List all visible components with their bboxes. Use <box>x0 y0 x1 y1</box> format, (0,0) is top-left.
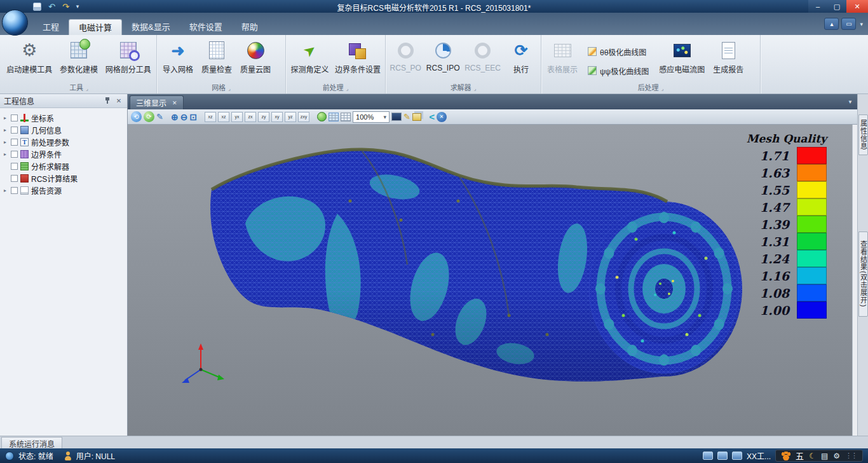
zoom-in-icon[interactable]: ⊕ <box>171 111 179 123</box>
tab-data-display[interactable]: 数据&显示 <box>122 19 180 35</box>
view-orientation-button[interactable]: zxy <box>298 112 309 122</box>
dialog-launcher-icon[interactable]: ⌟ <box>228 86 231 92</box>
view-orientation-button[interactable]: xz <box>218 112 229 122</box>
tab-3d-display[interactable]: 三维显示 ✕ <box>130 95 184 109</box>
tab-close-icon[interactable]: ✕ <box>172 100 177 106</box>
generate-report-button[interactable]: 生成报告 <box>709 37 747 83</box>
view-orientation-button[interactable]: yx <box>231 112 243 122</box>
tray-monitor-icon[interactable] <box>703 452 713 460</box>
zoom-window-icon[interactable]: ⊡ <box>189 111 197 123</box>
tab-em-computation[interactable]: 电磁计算 <box>69 19 122 35</box>
moon-icon[interactable]: ☾ <box>809 452 816 460</box>
panel-close-icon[interactable]: ✕ <box>114 97 123 104</box>
import-mesh-button[interactable]: ➜ 导入网格 <box>159 37 197 83</box>
button-label: ψψ极化曲线图 <box>600 66 649 76</box>
checkbox[interactable] <box>11 139 18 146</box>
share-flow-icon[interactable]: < <box>429 111 435 122</box>
tab-help[interactable]: 帮助 <box>232 19 268 35</box>
property-info-collapsed-tab[interactable]: 属性信息 <box>858 114 868 155</box>
checkbox[interactable] <box>11 151 18 158</box>
annotate-pen-icon[interactable]: ✎ <box>156 111 163 123</box>
launch-modeling-tool-button[interactable]: ⚙ 启动建模工具 <box>3 37 56 83</box>
pin-icon[interactable] <box>104 97 111 105</box>
view-orientation-button[interactable]: xz <box>205 112 216 122</box>
dialog-launcher-icon[interactable]: ⌟ <box>86 86 88 92</box>
boundary-condition-button[interactable]: 边界条件设置 <box>332 37 383 83</box>
close-button[interactable]: ✕ <box>846 0 868 13</box>
wireframe-grid-icon[interactable] <box>341 113 351 121</box>
probe-angle-button[interactable]: ➤ 探测角定义 <box>288 37 332 83</box>
quality-contour-button[interactable]: 质量云图 <box>236 37 275 83</box>
layers-icon[interactable] <box>412 113 421 121</box>
tray-monitor-icon[interactable] <box>717 452 728 460</box>
dialog-launcher-icon[interactable]: ⌟ <box>661 86 664 92</box>
tree-item-rcs-results[interactable]: RCS计算结果 <box>2 172 127 184</box>
rcs-eec-button[interactable]: RCS_EEC <box>463 37 503 83</box>
view-orientation-button[interactable]: xy <box>271 112 283 122</box>
mesh-grid-icon[interactable] <box>329 113 339 121</box>
tab-software-settings[interactable]: 软件设置 <box>180 19 232 35</box>
rcs-po-button[interactable]: RCS_PO <box>388 37 423 83</box>
ime-grip-icon[interactable]: ⋮⋮ <box>845 452 857 460</box>
viewport-scrollbar[interactable] <box>852 125 857 436</box>
background-color-icon[interactable] <box>391 113 402 121</box>
expander-icon[interactable]: ▸ <box>2 188 8 193</box>
mesh-partition-tool-button[interactable]: 网格剖分工具 <box>102 37 154 83</box>
theta-polarization-curve-button[interactable]: θθ极化曲线图 <box>585 44 652 59</box>
dialog-launcher-icon[interactable]: ⌟ <box>346 86 349 92</box>
zoom-out-icon[interactable]: ⊖ <box>180 111 188 123</box>
tree-item-geometry-info[interactable]: ▸ 几何信息 <box>2 124 127 136</box>
dialog-launcher-icon[interactable]: ⌟ <box>474 86 477 92</box>
table-display-button[interactable]: 表格展示 <box>543 37 581 83</box>
induced-current-map-button[interactable]: 感应电磁流图 <box>655 37 709 83</box>
psi-polarization-curve-button[interactable]: ψψ极化曲线图 <box>585 63 652 78</box>
system-messages-tab[interactable]: 系统运行消息 <box>1 437 62 449</box>
tree-item-preprocess-params[interactable]: ▸ 前处理参数 <box>2 136 127 148</box>
checkbox[interactable] <box>11 175 18 182</box>
orbit-icon[interactable]: ⟲ <box>131 111 142 122</box>
highlight-pen-icon[interactable]: ✎ <box>403 111 410 123</box>
spin-icon[interactable]: ⟳ <box>144 111 154 122</box>
checkbox[interactable] <box>11 187 18 194</box>
3d-model-canvas[interactable] <box>128 125 852 436</box>
collapse-ribbon-icon[interactable]: ▴ <box>824 18 839 30</box>
tab-list-caret-icon[interactable]: ▼ <box>848 99 853 105</box>
zoom-level-dropdown[interactable]: 100% ▾ <box>353 111 390 123</box>
ime-mode-char[interactable]: 五 <box>796 450 804 462</box>
3d-viewport[interactable]: Mesh Quality 1.71 1.63 1.55 1.47 1.39 1.… <box>128 125 852 436</box>
tab-project[interactable]: 工程 <box>33 19 69 35</box>
rcs-ipo-button[interactable]: RCS_IPO <box>424 37 461 83</box>
view-orientation-button[interactable]: yz <box>285 112 296 122</box>
app-logo-globe-icon[interactable] <box>2 10 28 36</box>
tree-item-report-resources[interactable]: ▸ 报告资源 <box>2 184 127 197</box>
tree-item-boundary-conditions[interactable]: ▸ 边界条件 <box>2 148 127 160</box>
expander-icon[interactable]: ▸ <box>2 127 8 133</box>
title-bar: ↶ ↷ ▾ 复杂目标RCS电磁分析软件2015 R1 - RCS_2015031… <box>0 0 868 13</box>
expander-icon[interactable]: ▸ <box>2 151 8 157</box>
display-monitor-icon[interactable]: ▭ <box>841 18 856 30</box>
tray-monitor-icon[interactable] <box>732 452 742 460</box>
menu-caret-icon[interactable]: ▾ <box>858 21 864 27</box>
gear-icon: ⚙ <box>22 42 37 59</box>
execute-button[interactable]: ⟳ 执行 <box>503 37 539 83</box>
ime-keyboard-icon[interactable]: ▤ <box>821 452 828 460</box>
maximize-button[interactable]: ▢ <box>827 0 846 13</box>
button-label: 执行 <box>513 64 529 74</box>
tree-item-coordinate-system[interactable]: ▸ 坐标系 <box>2 112 127 124</box>
checkbox[interactable] <box>11 127 18 134</box>
parametric-modeling-button[interactable]: 参数化建模 <box>57 37 102 83</box>
checkbox[interactable] <box>11 163 18 170</box>
minimize-button[interactable]: – <box>808 0 827 13</box>
expander-icon[interactable]: ▸ <box>2 115 8 121</box>
ime-gear-icon[interactable]: ⚙ <box>833 452 840 460</box>
view-orientation-button[interactable]: zx <box>245 112 256 122</box>
expander-icon[interactable]: ▸ <box>2 139 8 145</box>
quality-check-button[interactable]: 质量检查 <box>198 37 236 83</box>
view-orientation-button[interactable]: zy <box>258 112 269 122</box>
ime-paw-icon[interactable] <box>782 452 790 460</box>
shaded-mode-icon[interactable] <box>317 112 327 121</box>
close-view-icon[interactable]: ✕ <box>437 112 447 122</box>
tree-item-analysis-solver[interactable]: 分析求解器 <box>2 160 127 172</box>
checkbox[interactable] <box>11 114 18 121</box>
view-results-collapsed-tab[interactable]: 查看结果(双击展开) <box>858 232 868 317</box>
